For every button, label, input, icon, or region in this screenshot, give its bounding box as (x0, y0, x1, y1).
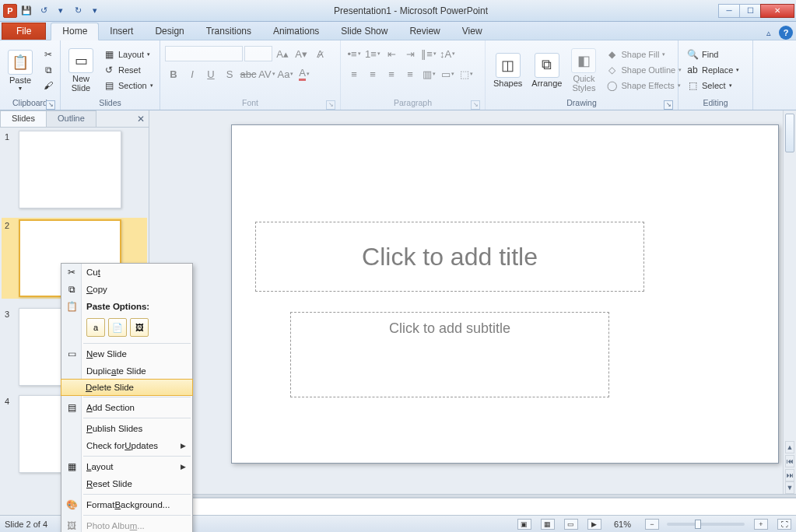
columns-icon[interactable]: ▥▾ (420, 65, 437, 82)
decrease-indent-icon[interactable]: ⇤ (383, 45, 400, 62)
select-button[interactable]: ⬚Select ▾ (683, 79, 742, 93)
paste-use-dest-icon[interactable]: 📄 (108, 318, 127, 337)
paste-picture-icon[interactable]: 🖼 (130, 318, 149, 337)
align-left-icon[interactable]: ≡ (345, 65, 363, 82)
underline-icon[interactable]: U (202, 65, 219, 82)
font-size-input[interactable] (244, 46, 272, 61)
shape-fill-button[interactable]: ◆Shape Fill ▾ (602, 47, 685, 61)
bullets-icon[interactable]: •≡▾ (345, 45, 363, 62)
tab-view[interactable]: View (451, 23, 493, 40)
app-icon[interactable]: P (3, 4, 17, 18)
title-placeholder[interactable]: Click to add title (255, 222, 644, 292)
vertical-scrollbar[interactable]: ▲ ⏮ ⏭ ▼ (783, 110, 796, 494)
find-button[interactable]: 🔍Find (683, 47, 742, 61)
ctx-duplicate-slide[interactable]: Duplicate Slide (61, 362, 192, 380)
ctx-delete-slide[interactable]: Delete Slide (61, 379, 193, 396)
view-sorter-icon[interactable]: ▦ (541, 519, 555, 530)
maximize-button[interactable]: ☐ (739, 4, 761, 18)
char-spacing-icon[interactable]: AV▾ (258, 65, 275, 82)
paste-keep-source-icon[interactable]: a (86, 318, 105, 337)
font-name-input[interactable] (165, 46, 243, 61)
file-tab[interactable]: File (2, 23, 46, 40)
font-color-icon[interactable]: A▾ (296, 65, 313, 82)
increase-indent-icon[interactable]: ⇥ (402, 45, 419, 62)
font-dialog-launcher[interactable]: ↘ (326, 100, 335, 110)
subtitle-placeholder[interactable]: Click to add subtitle (290, 312, 609, 397)
tab-transitions[interactable]: Transitions (195, 23, 262, 40)
zoom-out-icon[interactable]: − (645, 519, 659, 530)
shapes-button[interactable]: ◫Shapes (490, 51, 525, 89)
section-button[interactable]: ▤Section ▾ (100, 79, 156, 93)
close-button[interactable]: ✕ (760, 4, 794, 18)
copy-button[interactable]: ⧉ (39, 63, 58, 77)
qat-customize-icon[interactable]: ▾ (87, 3, 103, 19)
qat-dropdown-icon[interactable]: ▾ (53, 3, 68, 19)
shape-outline-button[interactable]: ◇Shape Outline ▾ (602, 63, 685, 77)
tab-animations[interactable]: Animations (262, 23, 330, 40)
tab-slideshow[interactable]: Slide Show (330, 23, 398, 40)
slides-tab[interactable]: Slides (0, 110, 47, 127)
ctx-layout[interactable]: ▦Layout▶ (61, 458, 192, 475)
align-right-icon[interactable]: ≡ (383, 65, 400, 82)
view-reading-icon[interactable]: ▭ (564, 519, 578, 530)
tab-design[interactable]: Design (144, 23, 195, 40)
clipboard-dialog-launcher[interactable]: ↘ (46, 100, 55, 110)
next-slide-icon[interactable]: ⏭ (785, 469, 794, 481)
outline-tab[interactable]: Outline (46, 110, 96, 127)
shrink-font-icon[interactable]: A▾ (293, 45, 310, 62)
arrange-button[interactable]: ⧉Arrange (528, 51, 565, 89)
replace-button[interactable]: abReplace ▾ (683, 63, 742, 77)
numbering-icon[interactable]: 1≡▾ (364, 45, 381, 62)
scroll-down-icon[interactable]: ▼ (785, 481, 794, 494)
tab-review[interactable]: Review (398, 23, 451, 40)
fit-to-window-icon[interactable]: ⛶ (777, 519, 791, 530)
thumbnail-1[interactable]: 1 (5, 131, 144, 208)
drawing-dialog-launcher[interactable]: ↘ (664, 100, 673, 110)
ctx-new-slide[interactable]: ▭New Slide (61, 345, 192, 362)
clear-formatting-icon[interactable]: A̷ (311, 45, 328, 62)
reset-button[interactable]: ↺Reset (100, 63, 156, 77)
zoom-slider[interactable] (667, 523, 745, 526)
close-pane-icon[interactable]: ✕ (133, 110, 149, 127)
notes-pane[interactable]: d notes (149, 498, 796, 515)
scroll-up-icon[interactable]: ▲ (785, 441, 794, 453)
ctx-check-updates[interactable]: Check for Updates▶ (61, 437, 192, 454)
minimize-button[interactable]: ─ (718, 4, 740, 18)
shadow-icon[interactable]: S (221, 65, 238, 82)
view-slideshow-icon[interactable]: ▶ (587, 519, 601, 530)
layout-button[interactable]: ▦Layout ▾ (100, 47, 156, 61)
scrollbar-thumb[interactable] (785, 114, 794, 152)
change-case-icon[interactable]: Aa▾ (277, 65, 294, 82)
zoom-in-icon[interactable]: + (754, 519, 768, 530)
shape-effects-button[interactable]: ◯Shape Effects ▾ (602, 79, 685, 93)
smartart-icon[interactable]: ⬚▾ (458, 65, 475, 82)
ribbon-minimize-icon[interactable]: ▵ (762, 26, 776, 40)
line-spacing-icon[interactable]: ‖≡▾ (420, 45, 437, 62)
ctx-add-section[interactable]: ▤Add Section (61, 399, 192, 416)
align-text-icon[interactable]: ▭▾ (439, 65, 456, 82)
ctx-format-background[interactable]: 🎨Format Background... (61, 496, 192, 513)
text-direction-icon[interactable]: ↕A▾ (439, 45, 456, 62)
justify-icon[interactable]: ≡ (402, 65, 419, 82)
paragraph-dialog-launcher[interactable]: ↘ (471, 100, 480, 110)
quick-styles-button[interactable]: ◧Quick Styles (568, 47, 599, 94)
ctx-publish-slides[interactable]: Publish Slides (61, 420, 192, 437)
bold-icon[interactable]: B (165, 65, 182, 82)
tab-home[interactable]: Home (51, 23, 99, 40)
prev-slide-icon[interactable]: ⏮ (785, 455, 794, 467)
strike-icon[interactable]: abc (240, 65, 257, 82)
qat-save-icon[interactable]: 💾 (19, 3, 34, 19)
help-icon[interactable]: ? (779, 26, 793, 40)
grow-font-icon[interactable]: A▴ (274, 45, 291, 62)
qat-redo-icon[interactable]: ↻ (70, 3, 86, 19)
format-painter-button[interactable]: 🖌 (39, 79, 58, 93)
paste-button[interactable]: 📋 Paste ▼ (5, 48, 36, 93)
view-normal-icon[interactable]: ▣ (517, 519, 531, 530)
ctx-copy[interactable]: ⧉Copy (61, 281, 192, 298)
slide-canvas[interactable]: Click to add title Click to add subtitle… (149, 110, 796, 494)
qat-undo-icon[interactable]: ↺ (36, 3, 51, 19)
ctx-cut[interactable]: ✂Cut (61, 264, 192, 281)
tab-insert[interactable]: Insert (99, 23, 144, 40)
italic-icon[interactable]: I (184, 65, 201, 82)
cut-button[interactable]: ✂ (39, 47, 58, 61)
